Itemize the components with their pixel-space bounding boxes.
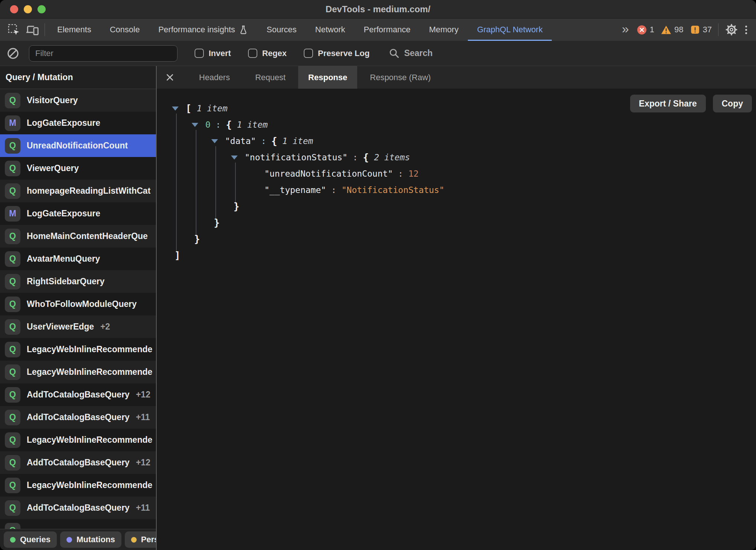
json-colon: : <box>393 169 408 179</box>
tree-row: } <box>166 231 444 247</box>
query-sidebar: Query / Mutation QVisitorQueryMLogGateEx… <box>0 66 157 550</box>
more-options-menu-button[interactable] <box>742 26 751 34</box>
main-split: Query / Mutation QVisitorQueryMLogGateEx… <box>0 66 756 550</box>
filter-input[interactable] <box>29 45 177 62</box>
indent-guide <box>235 163 236 203</box>
tree-row: ] <box>166 247 444 263</box>
tab-label: Performance <box>364 25 411 35</box>
query-list-item[interactable]: QLegacyWebInlineRecommende <box>0 361 156 383</box>
close-detail-button[interactable] <box>161 66 178 89</box>
tab-console[interactable]: Console <box>101 19 149 41</box>
query-list-item[interactable]: QAvatarMenuQuery <box>0 248 156 270</box>
export-share-button[interactable]: Export / Share <box>630 95 706 112</box>
response-tab-strip: HeadersRequestResponseResponse (Raw) <box>186 66 443 89</box>
query-list-item[interactable]: QUserViewerEdge+2 <box>0 315 156 338</box>
checkbox-label: Regex <box>262 49 287 58</box>
error-count-badge[interactable]: 1 <box>637 25 654 35</box>
query-type-badge: M <box>5 206 20 222</box>
tree-row: "__typename" : "NotificationStatus" <box>166 182 444 198</box>
issues-count-badge[interactable]: 37 <box>690 25 712 35</box>
device-toolbar-icon <box>26 24 39 36</box>
more-tabs-chevron[interactable]: » <box>620 22 633 37</box>
query-name: WhoToFollowModuleQuery <box>27 299 137 309</box>
tab-performance-insights[interactable]: Performance insights <box>149 19 257 41</box>
tree-row: } <box>166 198 444 215</box>
query-list-item[interactable]: QLegacyWebInlineRecommende <box>0 429 156 451</box>
sidebar-header: Query / Mutation <box>0 66 156 89</box>
query-list-item[interactable]: QAddToCatalogBaseQuery+12 <box>0 383 156 406</box>
query-list-item[interactable]: QAddToCatalogBaseQuery+11 <box>0 497 156 519</box>
response-actions: Export / Share Copy <box>630 95 752 112</box>
query-type-badge: Q <box>5 274 20 289</box>
query-list-item[interactable]: QHomeMainContentHeaderQue <box>0 225 156 248</box>
filter-chip-pers[interactable]: Pers <box>125 531 156 548</box>
zoom-window-button[interactable] <box>38 5 46 13</box>
checkbox-label: Preserve Log <box>318 49 369 58</box>
filter-chip-mutations[interactable]: Mutations <box>60 531 121 548</box>
tab-memory[interactable]: Memory <box>420 19 467 41</box>
query-name: UserViewerEdge <box>27 322 94 332</box>
query-count-badge: +12 <box>136 390 150 400</box>
checkbox-regex[interactable]: Regex <box>248 49 287 58</box>
query-type-badge: Q <box>5 455 20 471</box>
inspect-element-button[interactable] <box>4 19 23 41</box>
tab-headers[interactable]: Headers <box>190 66 239 89</box>
tab-performance[interactable]: Performance <box>355 19 420 41</box>
query-list-item[interactable]: QhomepageReadingListWithCat <box>0 180 156 202</box>
tab-response-raw[interactable]: Response (Raw) <box>361 66 440 89</box>
device-toolbar-button[interactable] <box>23 19 42 41</box>
query-type-badge: Q <box>5 251 20 267</box>
checkbox-box-invert[interactable] <box>195 49 204 58</box>
query-type-badge: Q <box>5 410 20 425</box>
tab-graphql-network[interactable]: GraphQL Network <box>468 19 552 41</box>
json-item-count: 2 items <box>374 153 410 162</box>
tab-elements[interactable]: Elements <box>48 19 101 41</box>
expand-triangle-icon[interactable] <box>192 123 198 127</box>
query-list-item[interactable]: QRightSidebarQuery <box>0 270 156 293</box>
settings-button[interactable] <box>721 23 742 36</box>
query-name: LegacyWebInlineRecommende <box>27 344 152 354</box>
tab-label: GraphQL Network <box>477 25 542 35</box>
query-list-item[interactable]: QLegacyWebInlineRecommende <box>0 474 156 497</box>
query-name: UnreadNotificationCount <box>27 141 128 151</box>
query-name: LegacyWebInlineRecommende <box>27 367 152 377</box>
expand-triangle-icon[interactable] <box>172 107 179 111</box>
query-list-item[interactable]: QAddToCatalogBaseQuery+11 <box>0 406 156 429</box>
copy-button[interactable]: Copy <box>713 95 752 112</box>
query-name: LegacyWebInlineRecommende <box>27 480 152 490</box>
query-list-item[interactable]: QWhoToFollowModuleQuery <box>0 293 156 315</box>
minimize-window-button[interactable] <box>24 5 32 13</box>
query-list-item[interactable]: QLegacyWebInlineRecommende <box>0 338 156 361</box>
checkbox-preserve-log[interactable]: Preserve Log <box>304 49 369 58</box>
checkbox-invert[interactable]: Invert <box>195 49 231 58</box>
query-list-item[interactable]: MLogGateExposure <box>0 202 156 225</box>
clear-block-icon[interactable] <box>7 47 19 60</box>
query-type-badge: Q <box>5 319 20 335</box>
inspect-cursor-icon <box>7 23 20 36</box>
query-list-item[interactable]: Q <box>0 519 156 529</box>
expand-triangle-icon[interactable] <box>231 155 238 160</box>
warning-count-badge[interactable]: 98 <box>661 25 683 35</box>
json-bracket: } <box>194 233 200 245</box>
query-list-item[interactable]: QViewerQuery <box>0 157 156 180</box>
expand-triangle-icon[interactable] <box>211 139 218 143</box>
checkbox-box-regex[interactable] <box>248 49 257 58</box>
tree-row: } <box>166 215 444 231</box>
query-list-item[interactable]: QVisitorQuery <box>0 89 156 112</box>
window-title: DevTools - medium.com/ <box>0 4 756 14</box>
tab-request[interactable]: Request <box>246 66 295 89</box>
search-group[interactable]: Search <box>389 48 433 59</box>
tab-response[interactable]: Response <box>298 66 357 89</box>
query-list-item[interactable]: QUnreadNotificationCount <box>0 134 156 157</box>
filter-chip-queries[interactable]: Queries <box>4 531 57 548</box>
tab-sources[interactable]: Sources <box>257 19 306 41</box>
tab-network[interactable]: Network <box>306 19 355 41</box>
close-window-button[interactable] <box>10 5 18 13</box>
query-name: AddToCatalogBaseQuery <box>27 390 130 400</box>
query-list-item[interactable]: QAddToCatalogBaseQuery+12 <box>0 451 156 474</box>
checkbox-box-preserve-log[interactable] <box>304 49 313 58</box>
query-type-badge: Q <box>5 161 20 176</box>
query-list-item[interactable]: MLogGateExposure <box>0 112 156 134</box>
response-body: Export / Share Copy [1 item0 : {1 item"d… <box>157 89 756 550</box>
query-count-badge: +12 <box>136 458 150 468</box>
